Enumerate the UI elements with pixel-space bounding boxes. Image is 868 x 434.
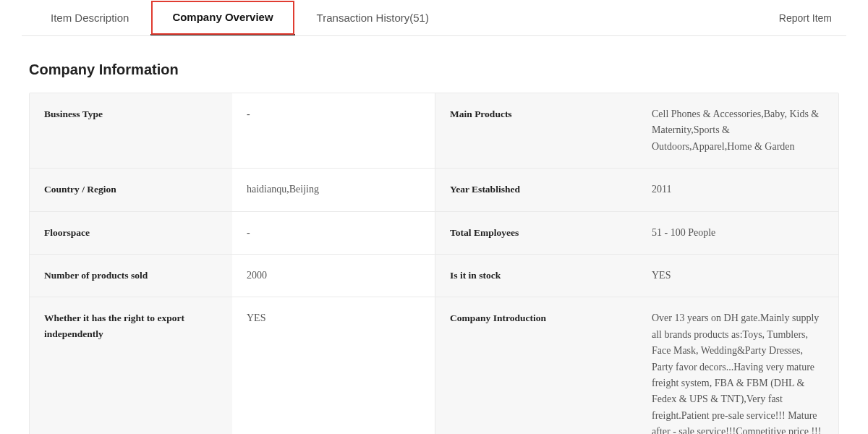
label-in-stock: Is it in stock <box>435 255 637 297</box>
value-main-products: Cell Phones & Accessories,Baby, Kids & M… <box>637 93 838 168</box>
table-row: Floorspace - Total Employees 51 - 100 Pe… <box>30 212 838 255</box>
table-row: Whether it has the right to export indep… <box>30 297 838 434</box>
value-year-established: 2011 <box>637 169 838 210</box>
section-title: Company Information <box>29 61 839 78</box>
value-export-right: YES <box>232 297 435 434</box>
value-products-sold: 2000 <box>232 255 435 297</box>
value-total-employees: 51 - 100 People <box>637 212 838 254</box>
label-main-products: Main Products <box>435 93 637 168</box>
tab-transaction-history[interactable]: Transaction History(51) <box>295 1 451 35</box>
label-year-established: Year Established <box>435 169 637 210</box>
label-business-type: Business Type <box>30 93 232 168</box>
value-country-region: haidianqu,Beijing <box>232 169 435 210</box>
value-introduction: Over 13 years on DH gate.Mainly supply a… <box>637 297 838 434</box>
label-products-sold: Number of products sold <box>30 255 232 297</box>
label-total-employees: Total Employees <box>435 212 637 254</box>
label-floorspace: Floorspace <box>30 212 232 254</box>
table-row: Country / Region haidianqu,Beijing Year … <box>30 169 838 211</box>
tab-item-description[interactable]: Item Description <box>29 1 150 35</box>
label-export-right: Whether it has the right to export indep… <box>30 297 232 434</box>
value-in-stock: YES <box>637 255 838 297</box>
value-floorspace: - <box>232 212 435 254</box>
table-row: Business Type - Main Products Cell Phone… <box>30 93 838 169</box>
label-introduction: Company Introduction <box>435 297 637 434</box>
label-country-region: Country / Region <box>30 169 232 210</box>
tab-company-overview[interactable]: Company Overview <box>150 0 294 35</box>
table-row: Number of products sold 2000 Is it in st… <box>30 255 838 297</box>
company-info-table: Business Type - Main Products Cell Phone… <box>29 93 839 434</box>
value-business-type: - <box>232 93 435 168</box>
tabs-bar: Item Description Company Overview Transa… <box>22 0 846 36</box>
report-item-link[interactable]: Report Item <box>772 1 839 35</box>
